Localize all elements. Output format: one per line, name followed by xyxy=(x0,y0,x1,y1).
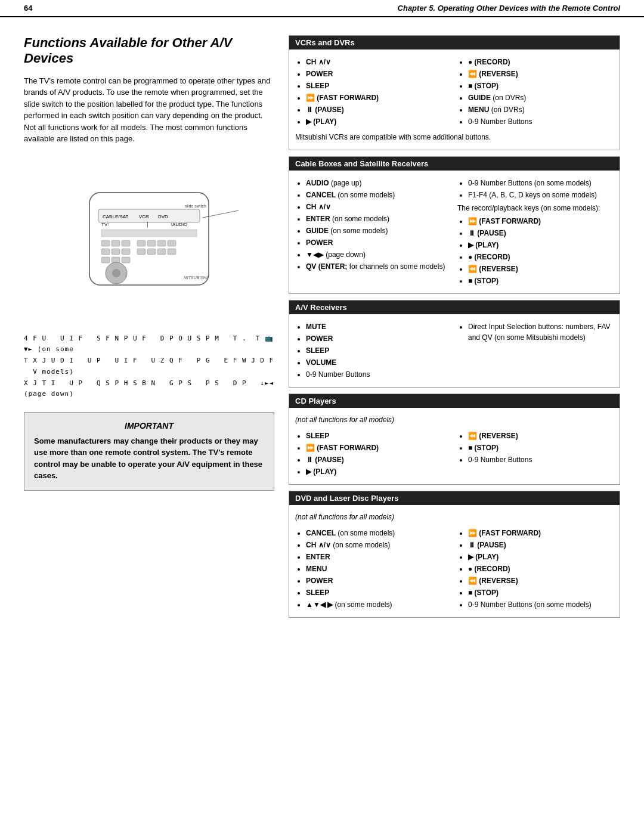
cable-record-list: ⏩ (FAST FORWARD) ⏸ (PAUSE) ▶ (PLAY) ● (R… xyxy=(457,216,614,286)
svg-rect-25 xyxy=(168,249,176,255)
av-receivers-body: MUTE POWER SLEEP VOLUME 0-9 Number Butto… xyxy=(289,314,620,387)
vcrs-dvrs-body: CH ∧/∨ POWER SLEEP ⏩ (FAST FORWARD) ⏸ (P… xyxy=(289,49,620,150)
list-item: ▲▼◀ ▶ (on some models) xyxy=(306,599,451,610)
list-item: ⏩ (FAST FORWARD) xyxy=(306,442,451,453)
list-item: ● (RECORD) xyxy=(468,563,614,574)
svg-line-29 xyxy=(203,210,239,218)
list-item: CH ∧/∨ (on some models) xyxy=(306,540,451,550)
list-item: 0-9 Number Buttons (on some models) xyxy=(468,599,614,610)
list-item: ■ (STOP) xyxy=(468,80,614,91)
list-item: F1-F4 (A, B, C, D keys on some models) xyxy=(468,190,614,200)
list-item: QV (ENTER; for channels on some models) xyxy=(306,261,451,272)
svg-rect-23 xyxy=(147,249,156,255)
av-left-list: MUTE POWER SLEEP VOLUME 0-9 Number Butto… xyxy=(295,321,451,380)
important-title: IMPORTANT xyxy=(34,421,264,431)
list-item: ▶ (PLAY) xyxy=(468,552,614,562)
svg-rect-19 xyxy=(147,240,156,246)
svg-text:TV↑: TV↑ xyxy=(101,222,110,227)
list-item: CH ∧/∨ xyxy=(306,57,451,67)
cable-satellite-list: AUDIO (page up) CANCEL (on some models) … xyxy=(295,175,614,289)
cable-satellite-left-col: AUDIO (page up) CANCEL (on some models) … xyxy=(295,175,451,289)
dvd-right-list: ⏩ (FAST FORWARD) ⏸ (PAUSE) ▶ (PLAY) ● (R… xyxy=(457,528,614,610)
list-item: ● (RECORD) xyxy=(468,252,614,262)
list-item: 0-9 Number Buttons (on some models) xyxy=(468,178,614,188)
right-column: VCRs and DVRs CH ∧/∨ POWER SLEEP ⏩ (FAST… xyxy=(289,35,620,624)
list-item: ■ (STOP) xyxy=(468,442,614,453)
cable-right-list: 0-9 Number Buttons (on some models) F1-F… xyxy=(457,178,614,200)
svg-text:MITSUBISHI: MITSUBISHI xyxy=(184,275,208,280)
list-item: VOLUME xyxy=(306,357,451,368)
cable-satellite-body: AUDIO (page up) CANCEL (on some models) … xyxy=(289,171,620,293)
svg-rect-8 xyxy=(101,230,197,237)
svg-rect-15 xyxy=(101,257,110,263)
cd-right-list: ⏪ (REVERSE) ■ (STOP) 0-9 Number Buttons xyxy=(457,431,614,465)
list-item: ⏪ (REVERSE) xyxy=(468,264,614,274)
list-item: GUIDE (on DVRs) xyxy=(468,92,614,103)
av-right-list: Direct Input Selection buttons: numbers,… xyxy=(457,321,614,343)
list-item: AUDIO (page up) xyxy=(306,178,451,188)
dvd-left-col: CANCEL (on some models) CH ∧/∨ (on some … xyxy=(295,525,451,612)
list-item: ⏩ (FAST FORWARD) xyxy=(306,92,451,103)
svg-rect-17 xyxy=(122,257,130,263)
svg-rect-14 xyxy=(122,249,130,255)
list-item: SLEEP xyxy=(306,80,451,91)
svg-rect-16 xyxy=(112,257,120,263)
vcrs-dvrs-list: CH ∧/∨ POWER SLEEP ⏩ (FAST FORWARD) ⏸ (P… xyxy=(295,54,614,129)
svg-rect-20 xyxy=(157,240,166,246)
list-item: POWER xyxy=(306,69,451,79)
cd-left-col: SLEEP ⏩ (FAST FORWARD) ⏸ (PAUSE) ▶ (PLAY… xyxy=(295,428,451,479)
dvd-note: (not all functions for all models) xyxy=(295,512,614,522)
list-item: MUTE xyxy=(306,321,451,332)
list-item: ● (RECORD) xyxy=(468,57,614,67)
list-item: ⏩ (FAST FORWARD) xyxy=(468,216,614,227)
list-item: SLEEP xyxy=(306,587,451,598)
dvd-right-col: ⏩ (FAST FORWARD) ⏸ (PAUSE) ▶ (PLAY) ● (R… xyxy=(457,525,614,612)
remote-control-diagram: CABLE/SAT VCR DVD TV↑ │ ↑AUDIO xyxy=(54,187,244,294)
vcrs-dvrs-right-col: ● (RECORD) ⏪ (REVERSE) ■ (STOP) GUIDE (o… xyxy=(457,54,614,129)
list-item: ⏸ (PAUSE) xyxy=(306,454,451,465)
vcrs-dvrs-left-list: CH ∧/∨ POWER SLEEP ⏩ (FAST FORWARD) ⏸ (P… xyxy=(295,57,451,127)
list-item: ⏪ (REVERSE) xyxy=(468,69,614,79)
dvd-laser-body: (not all functions for all models) CANCE… xyxy=(289,505,620,617)
av-receivers-section: A/V Receivers MUTE POWER SLEEP VOLUME 0-… xyxy=(289,300,620,388)
svg-text:slide switch: slide switch xyxy=(185,204,206,208)
scrambled-text-block: 4 F U U I F S F N P U F D P O U S P M T … xyxy=(24,333,274,400)
av-receivers-header: A/V Receivers xyxy=(289,301,620,314)
list-item: CANCEL (on some models) xyxy=(306,190,451,200)
vcrs-dvrs-left-col: CH ∧/∨ POWER SLEEP ⏩ (FAST FORWARD) ⏸ (P… xyxy=(295,54,451,129)
intro-paragraph: The TV's remote control can be programme… xyxy=(24,75,274,145)
cable-satellite-header: Cable Boxes and Satellite Receivers xyxy=(289,157,620,171)
list-item: ⏸ (PAUSE) xyxy=(306,104,451,115)
svg-text:CABLE/SAT: CABLE/SAT xyxy=(103,214,129,219)
av-receivers-left-col: MUTE POWER SLEEP VOLUME 0-9 Number Butto… xyxy=(295,319,451,382)
svg-text:DVD: DVD xyxy=(158,214,168,219)
important-box: IMPORTANT Some manufacturers may change … xyxy=(24,412,274,491)
svg-rect-22 xyxy=(137,249,145,255)
list-item: ⏸ (PAUSE) xyxy=(468,540,614,550)
svg-rect-11 xyxy=(122,240,130,246)
list-item: SLEEP xyxy=(306,345,451,356)
vcrs-dvrs-section: VCRs and DVRs CH ∧/∨ POWER SLEEP ⏩ (FAST… xyxy=(289,35,620,150)
cd-right-col: ⏪ (REVERSE) ■ (STOP) 0-9 Number Buttons xyxy=(457,428,614,479)
list-item: CANCEL (on some models) xyxy=(306,528,451,538)
list-item: CH ∧/∨ xyxy=(306,202,451,212)
svg-rect-24 xyxy=(157,249,166,255)
list-item: 0-9 Number Buttons xyxy=(468,454,614,465)
list-item: ■ (STOP) xyxy=(468,587,614,598)
chapter-title: Chapter 5. Operating Other Devices with … xyxy=(398,4,620,13)
svg-text:VCR: VCR xyxy=(139,214,149,219)
list-item: ▶ (PLAY) xyxy=(306,116,451,127)
page-header: 64 Chapter 5. Operating Other Devices wi… xyxy=(0,0,644,17)
cable-left-list: AUDIO (page up) CANCEL (on some models) … xyxy=(295,178,451,272)
list-item: ⏩ (FAST FORWARD) xyxy=(468,528,614,538)
dvd-left-list: CANCEL (on some models) CH ∧/∨ (on some … xyxy=(295,528,451,610)
scrambled-line-2: T X J U D I U P U I F U Z Q F P G E F W … xyxy=(24,355,274,377)
cd-players-section: CD Players (not all functions for all mo… xyxy=(289,394,620,485)
scrambled-line-3: X J T I U P Q S P H S B N G P S P S D P … xyxy=(24,378,274,400)
left-column: Functions Available for Other A/V Device… xyxy=(24,35,274,624)
svg-text:│: │ xyxy=(146,221,149,228)
dvd-players-list: CANCEL (on some models) CH ∧/∨ (on some … xyxy=(295,525,614,612)
svg-rect-10 xyxy=(112,240,120,246)
svg-rect-21 xyxy=(168,240,176,246)
vcrs-dvrs-right-list: ● (RECORD) ⏪ (REVERSE) ■ (STOP) GUIDE (o… xyxy=(457,57,614,127)
